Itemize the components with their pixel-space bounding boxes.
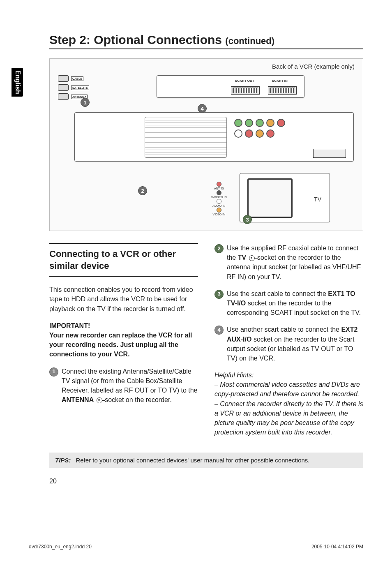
step-1-badge: 1 bbox=[49, 367, 58, 377]
diagram-caption: Back of a VCR (example only) bbox=[272, 63, 355, 70]
tv-svideo-label: S-VIDEO IN bbox=[211, 196, 227, 199]
tv-video-label: VIDEO IN bbox=[211, 213, 227, 216]
step-2-text: Use the supplied RF coaxial cable to con… bbox=[227, 243, 363, 282]
important-block: IMPORTANT! Your new recorder can replace… bbox=[49, 321, 198, 359]
scart-in-label: SCART IN bbox=[272, 79, 288, 83]
av-ports bbox=[234, 119, 292, 138]
helpful-hints: Helpful Hints: – Most commercial video c… bbox=[214, 370, 363, 437]
title-continued: (continued) bbox=[225, 36, 274, 46]
antenna-in-icon bbox=[97, 397, 102, 403]
tv-out-icon bbox=[249, 255, 255, 261]
connection-diagram: Back of a VCR (example only) CABLE SATEL… bbox=[49, 58, 363, 231]
footer-timestamp: 2005-10-04 4:14:02 PM bbox=[311, 544, 363, 550]
step-1-pre: Connect the existing Antenna/Satellite/C… bbox=[62, 368, 198, 394]
step-2-bold: TV bbox=[238, 254, 246, 261]
tv-input-ports: ANT 75 S-VIDEO IN AUDIO IN VIDEO IN bbox=[211, 181, 227, 216]
page-title: Step 2: Optional Connections (continued) bbox=[49, 33, 363, 49]
tips-box: TIPS: Refer to your optional connected d… bbox=[49, 453, 363, 468]
step-3-badge: 3 bbox=[214, 290, 224, 299]
hint-2: – Connect the recorder directly to the T… bbox=[214, 400, 363, 436]
step-2: 2 Use the supplied RF coaxial cable to c… bbox=[214, 243, 363, 282]
important-label: IMPORTANT! bbox=[49, 322, 90, 329]
hints-label: Helpful Hints: bbox=[214, 372, 254, 379]
tv-panel: TV ANT 75 S-VIDEO IN AUDIO IN VIDEO IN bbox=[240, 173, 330, 222]
footer: dvdr7300h_eu_eng2.indd 20 2005-10-04 4:1… bbox=[29, 544, 363, 550]
title-main: Step 2: Optional Connections bbox=[49, 33, 222, 46]
footer-file: dvdr7300h_eu_eng2.indd 20 bbox=[29, 544, 92, 550]
step-1-text: Connect the existing Antenna/Satellite/C… bbox=[62, 367, 198, 405]
step-1-bold: ANTENNA bbox=[62, 396, 94, 403]
step-3: 3 Use the scart cable to connect the EXT… bbox=[214, 289, 363, 318]
vent-slots bbox=[145, 117, 227, 158]
diagram-badge-4: 4 bbox=[198, 104, 207, 113]
recorder-rear-panel bbox=[74, 112, 354, 162]
step-3-text: Use the scart cable to connect the EXT1 … bbox=[227, 289, 363, 318]
satellite-label: SATELLITE bbox=[71, 85, 89, 90]
diagram-badge-1: 1 bbox=[81, 98, 90, 107]
step-1: 1 Connect the existing Antenna/Satellite… bbox=[49, 367, 198, 405]
tips-label: TIPS: bbox=[55, 457, 71, 464]
page-number: 20 bbox=[49, 478, 363, 485]
step-3-pre: Use the scart cable to connect the bbox=[227, 290, 328, 297]
tv-audio-label: AUDIO IN bbox=[211, 204, 227, 207]
scart-out-label: SCART OUT bbox=[235, 79, 254, 83]
step-4-badge: 4 bbox=[214, 326, 224, 335]
step-4-text: Use another scart cable to connect the E… bbox=[227, 325, 363, 363]
hint-1: – Most commercial video cassettes and DV… bbox=[214, 381, 360, 397]
section-heading: Connecting to a VCR or other similar dev… bbox=[49, 243, 198, 277]
intro-paragraph: This connection enables you to record fr… bbox=[49, 285, 198, 314]
tv-label: TV bbox=[314, 196, 321, 203]
step-4-pre: Use another scart cable to connect the bbox=[227, 326, 341, 333]
step-2-post: socket on the recorder to the antenna in… bbox=[227, 254, 361, 280]
tv-ant-label: ANT 75 bbox=[211, 187, 227, 190]
diagram-badge-2: 2 bbox=[138, 186, 147, 195]
vcr-rear-panel: SCART OUT SCART IN bbox=[157, 75, 304, 98]
tips-text: Refer to your optional connected devices… bbox=[76, 457, 310, 464]
cable-label: CABLE bbox=[71, 76, 83, 81]
important-text: Your new recorder can replace the VCR fo… bbox=[49, 332, 192, 358]
recorder-scart bbox=[313, 149, 346, 158]
scart-out-socket bbox=[231, 86, 260, 95]
language-tab: English bbox=[12, 68, 23, 97]
tv-screen bbox=[247, 178, 293, 218]
diagram-badge-3: 3 bbox=[243, 215, 252, 224]
scart-in-socket bbox=[268, 86, 297, 95]
step-3-post: socket on the recorder to the correspond… bbox=[227, 300, 361, 316]
step-4: 4 Use another scart cable to connect the… bbox=[214, 325, 363, 363]
step-1-post: socket on the recorder. bbox=[105, 396, 172, 403]
step-2-badge: 2 bbox=[214, 244, 224, 253]
